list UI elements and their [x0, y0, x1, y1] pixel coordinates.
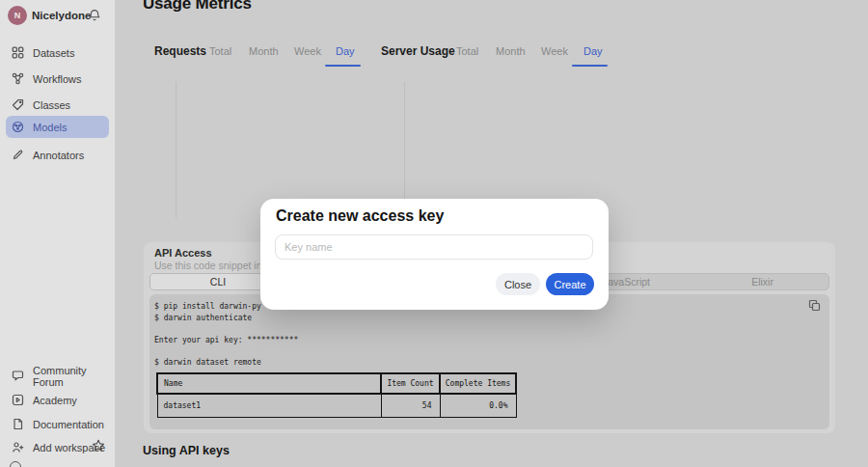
close-button[interactable]: Close — [496, 273, 540, 295]
modal-title: Create new access key — [276, 207, 444, 225]
create-button[interactable]: Create — [546, 273, 594, 295]
key-name-input[interactable] — [275, 234, 593, 260]
app-root: N Nicelydone Datasets — [0, 0, 868, 467]
create-access-key-modal: Create new access key Close Create — [260, 199, 609, 310]
